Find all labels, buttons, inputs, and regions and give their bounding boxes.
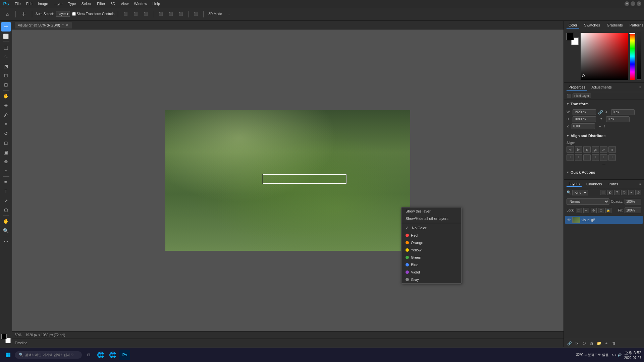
quick-actions-header[interactable]: ▼ Quick Actions [564, 168, 644, 176]
align-bottom-btn[interactable]: ⬛ [177, 11, 185, 17]
marquee-tool[interactable]: ⬚ [1, 43, 11, 52]
kind-dropdown[interactable]: Kind [572, 190, 588, 195]
dist-top-btn[interactable]: ⋮ [592, 154, 599, 161]
tab-patterns[interactable]: Patterns [628, 22, 644, 28]
clone-tool[interactable]: ✦ [1, 119, 11, 129]
fg-bg-colors[interactable] [567, 33, 579, 45]
align-bottom-edge-btn[interactable]: ⫼ [608, 146, 616, 153]
dist-left-btn[interactable]: ⋮ [567, 154, 574, 161]
type-tool[interactable]: T [1, 187, 11, 196]
menu-layer[interactable]: Layer [51, 1, 65, 6]
move-tool[interactable]: ✛ [1, 22, 11, 32]
align-right-btn[interactable]: ⬛ [142, 11, 150, 17]
crop-tool[interactable]: ⊡ [1, 71, 11, 80]
path-select-tool[interactable]: ↗ [1, 196, 11, 205]
taskbar-search-box[interactable]: 🔍 검색하려면 여기에 입력하십시오 [15, 351, 82, 359]
tab-color[interactable]: Color [567, 22, 579, 28]
lock-pixel-btn[interactable]: ✏ [583, 208, 589, 213]
lock-all-btn[interactable]: 🔒 [605, 208, 611, 213]
menu-view[interactable]: View [118, 1, 131, 6]
new-layer-btn[interactable]: + [603, 341, 609, 346]
h-input[interactable] [573, 116, 596, 122]
taskbar-ps[interactable]: Ps [119, 350, 130, 360]
filter-adjust-btn[interactable]: ◐ [607, 190, 613, 195]
w-input[interactable] [573, 109, 596, 115]
brush-tool[interactable]: 🖌 [1, 110, 11, 119]
align-h-center-btn[interactable]: ⫸ [575, 146, 582, 153]
tab-adjustments[interactable]: Adjustments [589, 84, 614, 90]
distribute-btn[interactable]: ⬛ [192, 11, 200, 17]
taskbar-edge[interactable]: 🌐 [107, 350, 118, 360]
x-input[interactable] [611, 109, 635, 115]
show-transform-label[interactable]: Show Transform Controls [72, 12, 115, 16]
taskbar-chrome[interactable]: 🌐 [95, 350, 106, 360]
filter-toggle-btn[interactable]: ◎ [635, 190, 641, 195]
new-group-btn[interactable]: 📁 [596, 341, 602, 346]
filter-type-btn[interactable]: T [614, 190, 620, 195]
minimize-button[interactable]: ─ [625, 1, 629, 6]
menu-image[interactable]: Image [35, 1, 51, 6]
transform-section-header[interactable]: ▼ Transform [564, 100, 644, 108]
align-right-edge-btn[interactable]: ⫹ [583, 146, 591, 153]
gray-item[interactable]: Gray [401, 276, 461, 283]
orange-item[interactable]: Orange [401, 239, 461, 246]
tab-close-btn[interactable]: ✕ [66, 23, 68, 27]
fg-color-box[interactable] [567, 33, 574, 40]
menu-select[interactable]: Select [79, 1, 95, 6]
taskbar-start-btn[interactable] [3, 350, 13, 360]
color-gradient[interactable] [581, 33, 628, 80]
align-v-center-btn[interactable]: ⫻ [600, 146, 607, 153]
align-top-edge-btn[interactable]: ⫺ [592, 146, 599, 153]
blur-tool[interactable]: ⊗ [1, 157, 11, 166]
taskbar-task-view[interactable]: ⊟ [83, 350, 94, 360]
adjustment-layer-btn[interactable]: ◑ [589, 341, 595, 346]
filter-shape-btn[interactable]: ⬡ [621, 190, 627, 195]
lasso-tool[interactable]: ∿ [1, 52, 11, 61]
blue-item[interactable]: Blue [401, 261, 461, 268]
gradient-tool[interactable]: ▣ [1, 147, 11, 157]
properties-panel-menu[interactable]: ≡ [639, 85, 641, 89]
layers-panel-menu[interactable]: ≡ [639, 182, 641, 186]
y-input[interactable] [606, 116, 630, 122]
slice-tool[interactable]: ⊟ [1, 80, 11, 89]
layer-mask-btn[interactable]: ⬡ [581, 341, 587, 346]
layer-eye-icon[interactable]: 👁 [567, 218, 571, 222]
artboard-tool[interactable]: ⬜ [1, 32, 11, 41]
no-color-item[interactable]: No Color [401, 224, 461, 232]
tab-channels[interactable]: Channels [584, 181, 604, 187]
history-brush-tool[interactable]: ↺ [1, 129, 11, 138]
show-transform-checkbox[interactable] [72, 12, 76, 16]
link-layers-btn[interactable]: 🔗 [567, 341, 573, 346]
menu-3d[interactable]: 3D [108, 1, 118, 6]
filter-smart-btn[interactable]: ✦ [628, 190, 634, 195]
filter-pixel-btn[interactable]: ⬛ [600, 190, 606, 195]
show-hide-all-item[interactable]: Show/Hide all other layers [401, 215, 461, 222]
more-options-btn[interactable]: ... [225, 11, 232, 17]
more-tools-btn[interactable]: ⋯ [1, 237, 11, 246]
yellow-item[interactable]: Yellow [401, 246, 461, 254]
dist-right-btn[interactable]: ⋮ [583, 154, 591, 161]
green-item[interactable]: Green [401, 254, 461, 261]
menu-filter[interactable]: Filter [94, 1, 108, 6]
lock-position-btn[interactable]: ✛ [591, 208, 597, 213]
fg-color-mini[interactable] [1, 334, 7, 339]
opacity-input[interactable] [625, 199, 641, 204]
align-left-btn[interactable]: ⬛ [121, 11, 129, 17]
menu-edit[interactable]: Edit [23, 1, 35, 6]
align-top-btn[interactable]: ⬛ [157, 11, 165, 17]
zoom-tool[interactable]: 🔍 [1, 226, 11, 235]
shape-tool[interactable]: ⬡ [1, 205, 11, 215]
move-tool-btn[interactable]: ✛ [19, 9, 29, 19]
maximize-button[interactable]: □ [631, 1, 635, 6]
align-section-header[interactable]: ▼ Align and Distribute [564, 132, 644, 140]
dist-v-btn[interactable]: ⋮ [600, 154, 607, 161]
layer-item-1[interactable]: 👁 visual.gif [565, 216, 643, 224]
canvas-container[interactable] [12, 29, 564, 331]
layer-dropdown[interactable]: Layer ▾ [56, 11, 70, 17]
layer-effects-btn[interactable]: fx [574, 341, 580, 346]
dist-h-btn[interactable]: ⋮ [575, 154, 582, 161]
close-button[interactable]: ✕ [637, 1, 641, 6]
dodge-tool[interactable]: ○ [1, 166, 11, 176]
fill-input[interactable] [625, 207, 641, 213]
align-middle-btn[interactable]: ⬛ [167, 11, 175, 17]
